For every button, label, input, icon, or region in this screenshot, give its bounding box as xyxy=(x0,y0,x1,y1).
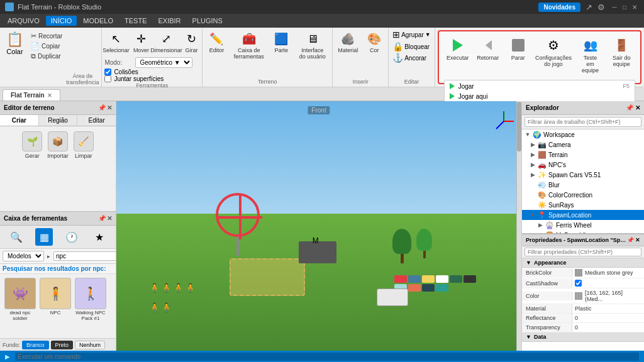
material-button[interactable]: 🪨 Material xyxy=(335,30,360,56)
rotate-button[interactable]: ↻ Girar xyxy=(180,30,203,56)
toolbox-icon-star[interactable]: ★ xyxy=(91,228,108,246)
terrain-icon: 🟫 xyxy=(538,150,547,159)
panel-pin-icon[interactable]: 📌 xyxy=(98,104,106,111)
tree-blur[interactable]: 💨 Blur xyxy=(522,180,644,190)
tab-close-icon[interactable]: ✕ xyxy=(47,92,52,99)
terrain-editor-panel: Editor de terreno 📌 ✕ Criar Região Edita… xyxy=(0,101,116,211)
explorer-close-icon[interactable]: ✕ xyxy=(635,104,640,111)
tree-spawnlocation[interactable]: ▼ 📍 SpawnLocation xyxy=(522,210,644,220)
minimize-button[interactable]: ─ xyxy=(610,3,619,11)
gerar-tool[interactable]: 🌱 Gerar xyxy=(22,131,42,159)
properties-search-input[interactable] xyxy=(525,248,641,256)
executar-button[interactable]: Executar xyxy=(444,34,472,64)
model-type-select[interactable]: Modelos xyxy=(3,251,44,261)
editor-button[interactable]: ✏️ Editor xyxy=(205,30,228,62)
terrain-tab-criar[interactable]: Criar xyxy=(0,115,39,126)
tree-ferriswheel[interactable]: ▶ 🎡 Ferris Wheel xyxy=(522,220,644,230)
menu-inicio[interactable]: INÍCIO xyxy=(46,16,77,26)
duplicar-button[interactable]: ⧉ Duplicar xyxy=(28,52,65,61)
cor-button[interactable]: 🎨 Cor xyxy=(363,30,386,56)
explorer-pin-icon[interactable]: 📌 xyxy=(626,104,633,111)
menu-modelo[interactable]: MODELO xyxy=(78,16,118,26)
share-icon[interactable]: ↗ xyxy=(586,3,592,12)
panel-close-icon[interactable]: ✕ xyxy=(107,104,112,111)
teste-equipe-button[interactable]: 👥 Teste em equipe xyxy=(575,34,606,77)
mode-select[interactable]: Geométrico ▼ xyxy=(135,57,192,68)
retornar-button[interactable]: Retornar xyxy=(474,34,502,64)
fundo-branco-button[interactable]: Branco xyxy=(22,341,49,349)
command-input[interactable] xyxy=(15,353,639,361)
parte-button[interactable]: 🟦 Parte xyxy=(270,30,292,62)
list-item[interactable]: 🧍 NPC xyxy=(39,278,72,334)
terrain-tab-regiao[interactable]: Região xyxy=(39,115,78,126)
npcs-name: NPC's xyxy=(548,162,566,168)
agrupar-button[interactable]: ⊞ Agrupar ▼ xyxy=(392,30,431,40)
expand-camera-icon: ▶ xyxy=(530,141,536,148)
trees-area xyxy=(392,229,432,263)
jogar-menu-item[interactable]: Jogar F5 xyxy=(445,82,635,91)
viewport[interactable]: Front M xyxy=(116,101,521,351)
tree-camera[interactable]: ▶ 📷 Camera xyxy=(522,140,644,150)
toolbox-icon-grid[interactable]: ▦ xyxy=(35,228,53,246)
tree-sunrays[interactable]: ☀️ SunRays xyxy=(522,200,644,210)
paste-button[interactable]: 📋 Colar xyxy=(3,29,27,85)
ui-button[interactable]: 🖥 Interface do usuário xyxy=(295,30,330,62)
explorer-filter xyxy=(522,115,644,129)
move-button[interactable]: ✛ Mover xyxy=(130,30,152,56)
expand-npcs-icon: ▶ xyxy=(530,162,536,168)
resize-button[interactable]: ⤢ Dimensionar xyxy=(155,30,177,56)
maximize-button[interactable]: □ xyxy=(620,3,629,11)
properties-close-icon[interactable]: ✕ xyxy=(635,237,640,243)
tree-npcs[interactable]: ▶ 🚗 NPC's xyxy=(522,160,644,170)
tree-terrain[interactable]: ▶ 🟫 Terrain xyxy=(522,150,644,160)
novidades-button[interactable]: Novidades xyxy=(538,3,580,12)
config-button[interactable]: ⚙ Configurações do jogo xyxy=(535,34,573,70)
parar-button[interactable]: Parar xyxy=(504,34,532,64)
menu-teste[interactable]: TESTE xyxy=(119,16,152,26)
explorer-search-input[interactable] xyxy=(525,117,641,127)
toolbox-pin-icon[interactable]: 📌 xyxy=(98,215,106,222)
tree-colorcorrection[interactable]: 🎨 ColorCorrection xyxy=(522,190,644,200)
toolbox-icon-search[interactable]: 🔍 xyxy=(8,228,25,246)
flat-terrain-tab[interactable]: Flat Terrain ✕ xyxy=(3,89,60,101)
toolbox-ribbon-button[interactable]: 🧰 Caixa de ferramentas xyxy=(230,30,267,62)
collisions-checkbox[interactable] xyxy=(104,69,111,75)
npc-crowd: 🧍🧍🧍 🧍🧍🧍 xyxy=(149,283,199,321)
select-button[interactable]: ↖ Selecionar xyxy=(104,30,127,56)
importar-tool[interactable]: 📦 Importar xyxy=(47,131,69,159)
ancorar-button[interactable]: ⚓ Ancorar xyxy=(392,53,431,63)
properties-pin-icon[interactable]: 📌 xyxy=(627,237,634,243)
tree-workspace[interactable]: ▼ 🌍 Workspace xyxy=(522,129,644,140)
join-surfaces-checkbox[interactable] xyxy=(104,75,111,82)
menu-plugins[interactable]: PLUGINS xyxy=(187,16,228,26)
viewport-scrollbar[interactable] xyxy=(516,101,521,351)
appearance-section-header[interactable]: ▼ Appearance xyxy=(522,258,644,268)
menu-exibir[interactable]: EXIBIR xyxy=(153,16,186,26)
workspace-name: Workspace xyxy=(543,131,575,138)
spawnlocation-icon: 📍 xyxy=(538,211,547,219)
list-item[interactable]: 🚶 Walking NPC Pack #1 xyxy=(74,278,107,334)
data-section-header[interactable]: ▼ Data xyxy=(522,332,644,342)
jogar-aqui-menu-item[interactable]: Jogar aqui xyxy=(445,92,635,101)
move-icon: ✛ xyxy=(133,31,148,47)
close-button[interactable]: ✕ xyxy=(630,3,639,11)
editor-icon: ✏️ xyxy=(209,31,224,47)
tree-spawncars[interactable]: ▶ ✨ Spawn Cars V5.51 xyxy=(522,170,644,180)
search-input[interactable] xyxy=(53,251,116,261)
colorcorrection-icon: 🎨 xyxy=(538,190,547,199)
menu-arquivo[interactable]: ARQUIVO xyxy=(3,16,45,26)
list-item[interactable]: 👾 dead npc soldier xyxy=(4,278,36,334)
fundo-preto-button[interactable]: Preto xyxy=(51,341,74,349)
toolbox-icon-clock[interactable]: 🕐 xyxy=(63,228,80,246)
settings-icon[interactable]: ⚙ xyxy=(597,3,605,12)
toolbox-close-icon[interactable]: ✕ xyxy=(107,215,112,222)
resize-icon: ⤢ xyxy=(158,31,174,47)
fundo-nenhum-button[interactable]: Nenhum xyxy=(75,341,105,349)
copiar-button[interactable]: 📄 Copiar xyxy=(28,41,65,51)
bloquear-button[interactable]: 🔒 Bloquear xyxy=(392,41,431,52)
limpar-tool[interactable]: 🧹 Limpar xyxy=(74,131,94,159)
sair-equipe-button[interactable]: 🚪 Sair do equipe xyxy=(608,34,635,70)
terrain-tab-editar[interactable]: Editar xyxy=(77,115,116,126)
castshadow-checkbox[interactable] xyxy=(575,280,582,287)
recortar-button[interactable]: ✂ Recortar xyxy=(28,31,65,41)
